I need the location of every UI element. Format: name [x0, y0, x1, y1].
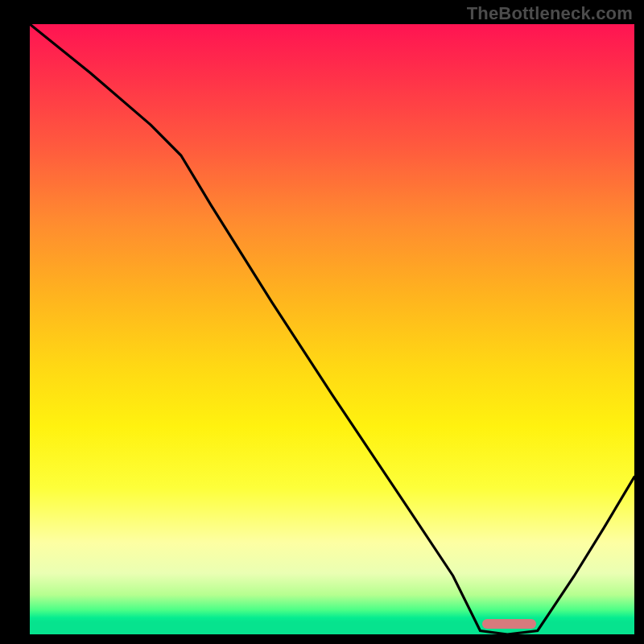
watermark-text: TheBottleneck.com [467, 3, 633, 24]
optimal-range-marker [482, 619, 537, 629]
score-curve [30, 24, 634, 634]
bottleneck-curve-layer [30, 24, 634, 634]
chart-frame: TheBottleneck.com [0, 0, 644, 644]
plot-area [30, 24, 634, 634]
